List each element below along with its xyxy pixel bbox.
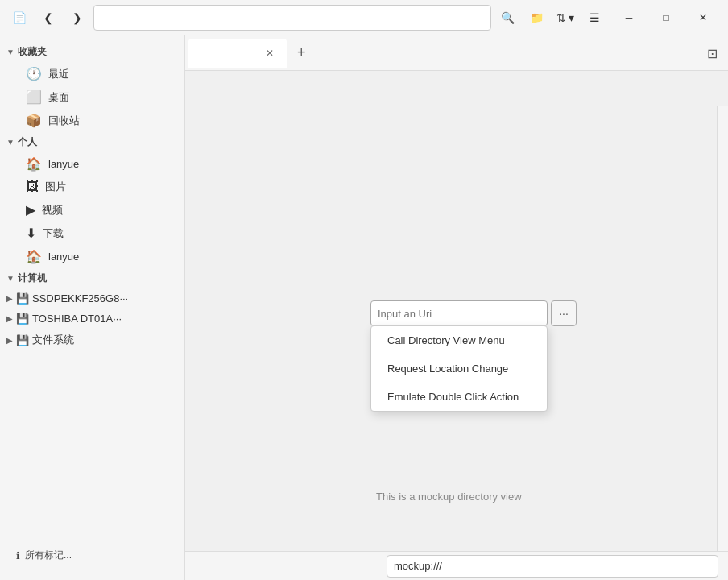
- file-area: ··· Call Directory View Menu Request Loc…: [185, 71, 728, 551]
- videos-icon: ▶: [26, 202, 35, 218]
- sidebar-item-videos[interactable]: ▶ 视频: [3, 198, 181, 222]
- maximize-button[interactable]: □: [647, 0, 685, 35]
- search-button[interactable]: 🔍: [494, 5, 520, 31]
- new-tab-add-button[interactable]: +: [288, 40, 314, 66]
- sidebar-bottom: ℹ 所有标记...: [0, 537, 184, 574]
- sidebar-item-lanyue2[interactable]: 🏠 lanyue: [3, 245, 181, 268]
- tab-close-button[interactable]: ✕: [263, 46, 277, 60]
- videos-label: 视频: [42, 203, 63, 218]
- toshiba-expand-icon: ▶: [6, 314, 13, 323]
- toshiba-icon: 💾: [16, 313, 29, 325]
- lanyue2-label: lanyue: [48, 251, 79, 263]
- bookmarks-section-header[interactable]: ▼ 收藏夹: [0, 42, 184, 62]
- titlebar: 📄 ❮ ❯ 🔍 📁 ⇅ ▾ ☰ ─ □ ✕: [0, 0, 728, 35]
- trash-icon: 📦: [26, 113, 42, 128]
- downloads-icon: ⬇: [26, 226, 36, 241]
- home-icon2: 🏠: [26, 249, 42, 264]
- status-path: mockup:///: [387, 555, 718, 578]
- desktop-icon: ⬜: [26, 89, 42, 105]
- desktop-label: 桌面: [48, 90, 69, 105]
- personal-label: 个人: [18, 135, 37, 149]
- recent-label: 最近: [48, 67, 69, 81]
- downloads-label: 下载: [43, 226, 64, 241]
- sidebar-item-ssd[interactable]: ▶ 💾 SSDPEKKF256G8···: [0, 288, 184, 309]
- sidebar-item-desktop[interactable]: ⬜ 桌面: [3, 85, 181, 109]
- uri-browse-icon: ···: [559, 307, 569, 320]
- info-icon: ℹ: [16, 550, 20, 561]
- tab-0[interactable]: ✕: [188, 39, 287, 68]
- personal-section-header[interactable]: ▼ 个人: [0, 132, 184, 152]
- computer-section-header[interactable]: ▼ 计算机: [0, 268, 184, 288]
- filesystem-label: 文件系统: [32, 333, 74, 347]
- toshiba-label: TOSHIBA DT01A···: [32, 313, 122, 325]
- sidebar-item-pictures[interactable]: 🖼 图片: [3, 176, 181, 198]
- close-window-button[interactable]: ✕: [685, 0, 722, 35]
- window-controls: ─ □ ✕: [610, 0, 722, 35]
- panel-toggle-button[interactable]: ⊡: [699, 40, 725, 66]
- ssd-icon: 💾: [16, 292, 29, 304]
- ssd-label: SSDPEKKF256G8···: [32, 292, 128, 304]
- tab-label: [198, 47, 256, 59]
- bookmarks-chevron-icon: ▼: [6, 48, 14, 56]
- mockup-label: This is a mockup directory view: [376, 491, 522, 503]
- content-area: ✕ + ⊡ ··· Call Directory View Menu: [185, 35, 728, 580]
- home-icon1: 🏠: [26, 156, 42, 172]
- new-tab-button[interactable]: 📄: [6, 5, 32, 31]
- minimize-button[interactable]: ─: [610, 0, 647, 35]
- all-marks-button[interactable]: ℹ 所有标记...: [6, 544, 178, 567]
- context-menu: Call Directory View Menu Request Locatio…: [370, 325, 548, 412]
- sidebar-item-toshiba[interactable]: ▶ 💾 TOSHIBA DT01A···: [0, 309, 184, 329]
- lanyue1-label: lanyue: [48, 158, 79, 170]
- ssd-expand-icon: ▶: [6, 294, 13, 303]
- sidebar-item-trash[interactable]: 📦 回收站: [3, 109, 181, 132]
- address-bar[interactable]: [93, 5, 491, 31]
- computer-chevron-icon: ▼: [6, 274, 14, 283]
- all-marks-label: 所有标记...: [25, 549, 72, 562]
- computer-label: 计算机: [18, 271, 47, 285]
- pictures-icon: 🖼: [26, 180, 39, 194]
- pictures-label: 图片: [45, 180, 66, 194]
- uri-input-row: ···: [370, 300, 577, 326]
- recent-icon: 🕐: [26, 66, 42, 81]
- filesystem-icon: 💾: [16, 334, 29, 346]
- sort-dropdown-button[interactable]: ⇅ ▾: [552, 5, 578, 31]
- bookmarks-label: 收藏夹: [18, 45, 47, 59]
- nav-back-button[interactable]: ❮: [35, 5, 61, 31]
- sidebar-item-filesystem[interactable]: ▶ 💾 文件系统: [0, 329, 184, 351]
- uri-input[interactable]: [370, 300, 548, 326]
- context-menu-item-emulate-dblclick[interactable]: Emulate Double Click Action: [371, 383, 547, 411]
- filesystem-expand-icon: ▶: [6, 336, 13, 345]
- nav-forward-button[interactable]: ❯: [64, 5, 90, 31]
- right-panel-strip: [717, 106, 728, 551]
- status-bar: mockup:///: [185, 551, 728, 580]
- main-layout: ▼ 收藏夹 🕐 最近 ⬜ 桌面 📦 回收站 ▼ 个人 🏠 lanyue 🖼 图片: [0, 35, 728, 580]
- sidebar-item-downloads[interactable]: ⬇ 下载: [3, 222, 181, 245]
- sidebar-item-recent[interactable]: 🕐 最近: [3, 62, 181, 85]
- sidebar-item-lanyue1[interactable]: 🏠 lanyue: [3, 152, 181, 176]
- tab-bar: ✕ + ⊡: [185, 35, 728, 71]
- panel-toggle: ⊡: [699, 35, 728, 71]
- uri-browse-button[interactable]: ···: [551, 300, 577, 326]
- personal-chevron-icon: ▼: [6, 138, 14, 147]
- view-button[interactable]: 📁: [523, 5, 549, 31]
- sidebar: ▼ 收藏夹 🕐 最近 ⬜ 桌面 📦 回收站 ▼ 个人 🏠 lanyue 🖼 图片: [0, 35, 185, 580]
- context-menu-item-request-location[interactable]: Request Location Change: [371, 354, 547, 383]
- trash-label: 回收站: [48, 114, 80, 128]
- context-menu-item-call-directory[interactable]: Call Directory View Menu: [371, 326, 547, 354]
- menu-button[interactable]: ☰: [581, 5, 607, 31]
